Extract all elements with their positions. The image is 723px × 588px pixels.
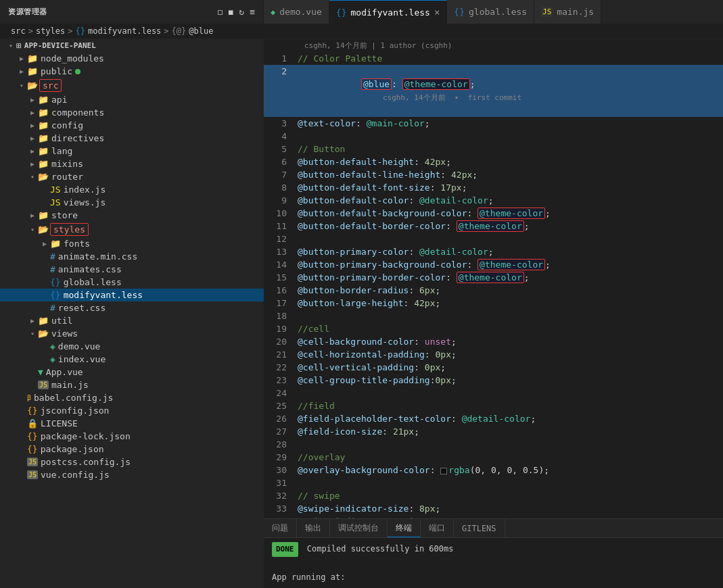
panel-tab-debug[interactable]: 调试控制台 [330,519,388,537]
sidebar-item-jsconfig-json[interactable]: {} jsconfig.json [0,404,264,417]
sidebar-item-global-less[interactable]: {} global.less [0,276,264,289]
expand-arrow: ▶ [16,55,27,62]
code-content[interactable]: 1 // Color Palette 2 @blue: @theme-color… [264,52,723,518]
sidebar-item-license[interactable]: 🔒 LICENSE [0,417,264,430]
folder-icon: 📁 [38,120,49,130]
sidebar-item-store[interactable]: ▶ 📁 store [0,209,264,222]
sidebar-item-router-index[interactable]: JS index.js [0,183,264,196]
sidebar-item-components[interactable]: ▶ 📁 components [0,106,264,119]
sidebar-item-animates-css[interactable]: # animates.css [0,263,264,276]
expand-arrow: ▶ [27,317,38,324]
sidebar-item-public[interactable]: ▶ 📁 public [0,65,264,78]
tab-modifyvant-less[interactable]: {} modifyvant.less × [329,0,448,24]
sidebar-item-vue-config[interactable]: JS vue.config.js [0,468,264,481]
sidebar-item-babel-config[interactable]: β babel.config.js [0,391,264,404]
sidebar-item-lang[interactable]: ▶ 📁 lang [0,145,264,157]
sidebar-item-package-lock[interactable]: {} package-lock.json [0,430,264,443]
sidebar-item-modifyvant-less[interactable]: {} modifyvant.less [0,289,264,301]
code-line-8: 8 @button-default-font-size: 17px; [264,181,723,194]
line-number: 26 [264,412,298,425]
sidebar-item-views-demo-vue[interactable]: ◈ demo.vue [0,340,264,353]
color-preview-box [440,468,447,474]
panel-tab-ports[interactable]: 端口 [421,519,454,537]
tab-demo-vue[interactable]: ◆ demo.vue [264,0,329,24]
new-file-icon[interactable]: ◻ [218,7,223,17]
expand-arrow: ▾ [16,82,27,89]
line-number: 32 [264,489,298,502]
tab-label: global.less [469,7,527,17]
close-icon[interactable]: × [434,7,440,17]
line-text [298,130,709,143]
js-icon: JS [27,458,38,466]
line-number: 14 [264,258,298,271]
sidebar-header-icons: ◻ ◼ ↻ ≡ [218,7,255,17]
git-inline: csghh, 14个月前 • first commit [383,93,521,102]
line-text: @button-default-height: 42px; [298,155,709,168]
line-text: //cell [298,322,709,335]
sidebar-item-router-views[interactable]: JS views.js [0,196,264,209]
line-number: 2 [264,65,298,117]
css-icon: # [50,264,55,274]
code-line-14: 14 @button-primary-background-color: @th… [264,258,723,271]
sidebar-item-config[interactable]: ▶ 📁 config [0,119,264,132]
json-icon: {} [27,431,38,441]
panel-tab-problems[interactable]: 问题 [264,519,297,537]
terminal-app-running: App running at: [272,570,715,584]
refresh-icon[interactable]: ↻ [239,7,244,17]
json-icon: {} [27,444,38,454]
project-root[interactable]: ▾ ⊞ APP-DEVICE-PANEL [0,39,264,52]
tab-global-less[interactable]: {} global.less [447,0,534,24]
sidebar-item-src[interactable]: ▾ 📂 src [0,78,264,93]
sidebar-item-util[interactable]: ▶ 📁 util [0,314,264,327]
collapse-icon[interactable]: ≡ [250,7,255,17]
folder-icon: 📁 [38,210,49,220]
sidebar-item-package-json[interactable]: {} package.json [0,443,264,456]
line-text [298,438,709,451]
code-line-23: 23 @cell-group-title-padding:0px; [264,374,723,387]
sidebar-item-router[interactable]: ▾ 📂 router [0,170,264,183]
sidebar-title: 资源管理器 [8,7,47,17]
sidebar-item-reset-css[interactable]: # reset.css [0,301,264,314]
line-number: 30 [264,464,298,476]
sidebar-item-main-js[interactable]: JS main.js [0,378,264,391]
panel-tab-terminal[interactable]: 终端 [388,519,421,537]
panel-tab-output[interactable]: 输出 [297,519,330,537]
panel-tab-gitlens[interactable]: GITLENS [454,519,505,537]
line-number: 4 [264,130,298,143]
folder-label: config [51,120,83,130]
folder-open-icon: 📂 [38,224,49,235]
folder-icon: 📁 [38,159,49,169]
sidebar-item-mixins[interactable]: ▶ 📁 mixins [0,157,264,170]
code-line-26: 26 @field-placeholder-text-color: @detai… [264,412,723,425]
sidebar-item-node-modules[interactable]: ▶ 📁 node_modules [0,52,264,65]
line-text: @button-border-radius: 6px; [298,284,709,297]
highlighted-theme: @theme-color [457,220,524,232]
code-line-19: 19 //cell [264,322,723,335]
code-line-5: 5 // Button [264,143,723,155]
line-number: 13 [264,245,298,258]
sidebar-item-views[interactable]: ▾ 📂 views [0,327,264,340]
breadcrumb-at: {@} [172,26,187,36]
sidebar-item-animate-min-css[interactable]: # animate.min.css [0,250,264,263]
sidebar-item-styles[interactable]: ▾ 📂 styles [0,222,264,237]
code-line-33: 33 @swipe-indicator-size: 8px; [264,502,723,515]
code-line-24: 24 [264,387,723,399]
breadcrumb-file: modifyvant.less [88,26,161,36]
sidebar-item-postcss-config[interactable]: JS postcss.config.js [0,456,264,468]
folder-open-icon: 📂 [38,328,49,339]
code-line-21: 21 @cell-horizontal-padding: 0px; [264,348,723,361]
sidebar-item-app-vue[interactable]: ▼ App.vue [0,366,264,378]
folder-icon: 📁 [38,107,49,118]
expand-arrow: ▶ [27,160,38,168]
sidebar-item-fonts[interactable]: ▶ 📁 fonts [0,237,264,250]
line-text: @button-primary-border-color: @theme-col… [298,271,709,284]
folder-icon: 📁 [38,316,49,326]
sidebar-item-directives[interactable]: ▶ 📁 directives [0,132,264,145]
sidebar-item-api[interactable]: ▶ 📁 api [0,93,264,106]
file-explorer: ▾ ⊞ APP-DEVICE-PANEL ▶ 📁 node_modules ▶ … [0,39,264,588]
new-folder-icon[interactable]: ◼ [229,7,234,17]
sidebar-item-views-index-vue[interactable]: ◈ index.vue [0,353,264,366]
line-text: @field-placeholder-text-color: @detail-c… [298,412,709,425]
code-line-20: 20 @cell-background-color: unset; [264,335,723,348]
tab-main-js[interactable]: JS main.js [534,0,601,24]
